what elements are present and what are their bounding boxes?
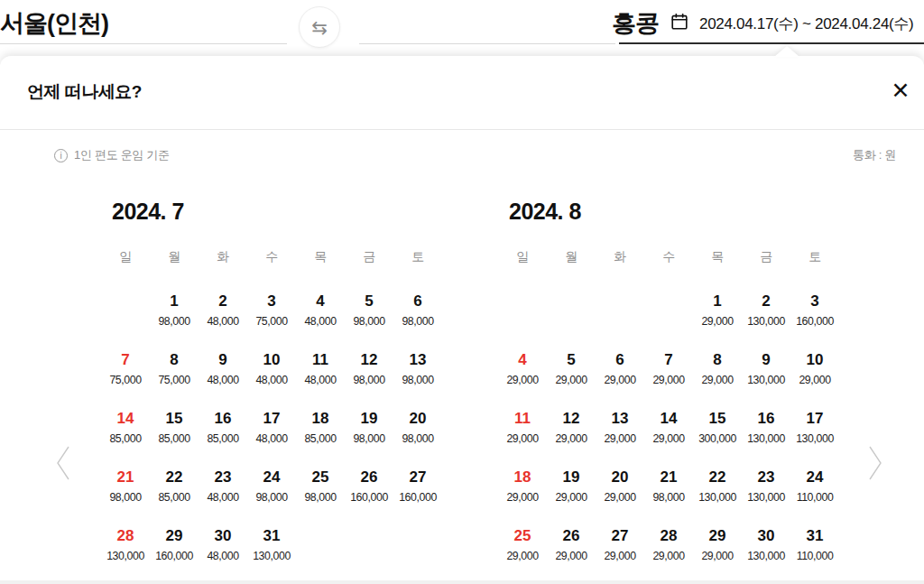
calendar-day-cell[interactable]: 15300,000 (693, 405, 742, 464)
calendar-day-cell[interactable]: 529,000 (547, 347, 596, 405)
calendar-day-cell[interactable]: 22130,000 (693, 464, 742, 523)
empty-cell (547, 288, 596, 347)
calendar-day-cell[interactable]: 1229,000 (547, 405, 596, 464)
fare-calendar-modal: 언제 떠나세요? ✕ i 1인 편도 운임 기준 통화 : 원 2024. 7일… (0, 56, 924, 580)
weekday-label: 화 (199, 249, 247, 265)
prev-month-button[interactable] (47, 435, 79, 493)
origin-underline (0, 43, 287, 44)
calendar-day-cell[interactable]: 875,000 (150, 347, 199, 405)
calendar-day-cell[interactable]: 27160,000 (393, 464, 442, 523)
calendar-day-cell[interactable]: 17130,000 (790, 405, 839, 464)
calendar-day-cell[interactable]: 775,000 (101, 347, 150, 405)
calendar-day-cell[interactable]: 948,000 (199, 347, 247, 405)
calendar-grid: 129,0002130,0003160,000429,000529,000629… (498, 288, 839, 581)
day-price: 110,000 (790, 547, 839, 566)
day-price: 110,000 (790, 488, 839, 507)
month-title: 2024. 8 (509, 199, 839, 229)
calendar-icon (670, 12, 689, 35)
calendar-day-cell[interactable]: 24110,000 (790, 464, 839, 523)
calendar-day-cell[interactable]: 1329,000 (596, 405, 644, 464)
day-price: 85,000 (296, 430, 345, 449)
day-number: 25 (296, 467, 345, 488)
day-number: 2 (199, 291, 247, 312)
close-button[interactable]: ✕ (886, 76, 915, 105)
calendar-day-cell[interactable]: 448,000 (296, 288, 345, 347)
calendar-day-cell[interactable]: 2929,000 (693, 523, 742, 581)
calendar-day-cell[interactable]: 198,000 (150, 288, 199, 347)
date-range-field[interactable]: 2024.04.17(수) ~ 2024.04.24(수) (670, 12, 914, 35)
calendar-grid: 198,000248,000375,000448,000598,000698,0… (101, 288, 442, 581)
day-number: 29 (693, 525, 742, 547)
calendar-day-cell[interactable]: 1829,000 (498, 464, 547, 523)
calendar-day-cell[interactable]: 2098,000 (393, 405, 442, 464)
day-number: 3 (790, 291, 839, 312)
day-price: 29,000 (498, 488, 547, 507)
calendar-day-cell[interactable]: 2285,000 (150, 464, 199, 523)
calendar-day-cell[interactable]: 31130,000 (247, 523, 296, 581)
calendar-day-cell[interactable]: 3160,000 (790, 288, 839, 347)
day-number: 13 (393, 349, 442, 371)
calendar-day-cell[interactable]: 31110,000 (790, 523, 839, 581)
calendar-day-cell[interactable]: 1429,000 (644, 405, 693, 464)
day-price: 29,000 (644, 430, 693, 449)
modal-header-divider (0, 129, 924, 130)
calendar-day-cell[interactable]: 248,000 (199, 288, 247, 347)
calendar-day-cell[interactable]: 30130,000 (742, 523, 790, 581)
calendar-day-cell[interactable]: 829,000 (693, 347, 742, 405)
calendar-day-cell[interactable]: 1485,000 (101, 405, 150, 464)
calendar-day-cell[interactable]: 23130,000 (742, 464, 790, 523)
calendar-day-cell[interactable]: 1048,000 (247, 347, 296, 405)
calendar-day-cell[interactable]: 9130,000 (742, 347, 790, 405)
day-price: 48,000 (296, 371, 345, 390)
day-number: 11 (296, 349, 345, 371)
day-price: 130,000 (693, 488, 742, 507)
origin-field[interactable]: 서울(인천) (0, 7, 108, 40)
day-price: 29,000 (498, 547, 547, 566)
calendar-day-cell[interactable]: 2598,000 (296, 464, 345, 523)
calendar-day-cell[interactable]: 2629,000 (547, 523, 596, 581)
calendar-day-cell[interactable]: 1929,000 (547, 464, 596, 523)
calendar-day-cell[interactable]: 1748,000 (247, 405, 296, 464)
calendar-day-cell[interactable]: 1885,000 (296, 405, 345, 464)
calendar-day-cell[interactable]: 28130,000 (101, 523, 150, 581)
calendar-day-cell[interactable]: 729,000 (644, 347, 693, 405)
day-price: 75,000 (150, 371, 199, 390)
calendar-day-cell[interactable]: 629,000 (596, 347, 644, 405)
date-range-text: 2024.04.17(수) ~ 2024.04.24(수) (699, 14, 914, 34)
calendar-day-cell[interactable]: 2829,000 (644, 523, 693, 581)
day-number: 3 (247, 291, 296, 312)
calendar-day-cell[interactable]: 1685,000 (199, 405, 247, 464)
calendar-day-cell[interactable]: 29160,000 (150, 523, 199, 581)
calendar-day-cell[interactable]: 3048,000 (199, 523, 247, 581)
calendar-day-cell[interactable]: 16130,000 (742, 405, 790, 464)
calendar-day-cell[interactable]: 2348,000 (199, 464, 247, 523)
calendar-day-cell[interactable]: 375,000 (247, 288, 296, 347)
calendar-day-cell[interactable]: 1148,000 (296, 347, 345, 405)
calendar-day-cell[interactable]: 129,000 (693, 288, 742, 347)
swap-route-button[interactable]: ⇆ (299, 6, 340, 48)
day-price: 85,000 (101, 430, 150, 449)
weekday-label: 금 (742, 249, 790, 265)
calendar-day-cell[interactable]: 2498,000 (247, 464, 296, 523)
day-number: 18 (296, 408, 345, 430)
calendar-day-cell[interactable]: 1998,000 (345, 405, 393, 464)
calendar-day-cell[interactable]: 1129,000 (498, 405, 547, 464)
calendar-day-cell[interactable]: 1585,000 (150, 405, 199, 464)
calendar-day-cell[interactable]: 2529,000 (498, 523, 547, 581)
destination-field[interactable]: 홍콩 (612, 7, 659, 40)
calendar-day-cell[interactable]: 2198,000 (644, 464, 693, 523)
calendar-day-cell[interactable]: 1298,000 (345, 347, 393, 405)
next-month-button[interactable] (859, 435, 892, 493)
calendar-day-cell[interactable]: 1398,000 (393, 347, 442, 405)
calendar-day-cell[interactable]: 2729,000 (596, 523, 644, 581)
calendar-day-cell[interactable]: 1029,000 (790, 347, 839, 405)
calendar-day-cell[interactable]: 698,000 (393, 288, 442, 347)
calendar-day-cell[interactable]: 598,000 (345, 288, 393, 347)
calendar-day-cell[interactable]: 2130,000 (742, 288, 790, 347)
weekday-label: 화 (596, 249, 644, 265)
calendar-day-cell[interactable]: 429,000 (498, 347, 547, 405)
calendar-day-cell[interactable]: 26160,000 (345, 464, 393, 523)
day-price: 29,000 (596, 371, 644, 390)
calendar-day-cell[interactable]: 2198,000 (101, 464, 150, 523)
calendar-day-cell[interactable]: 2029,000 (596, 464, 644, 523)
